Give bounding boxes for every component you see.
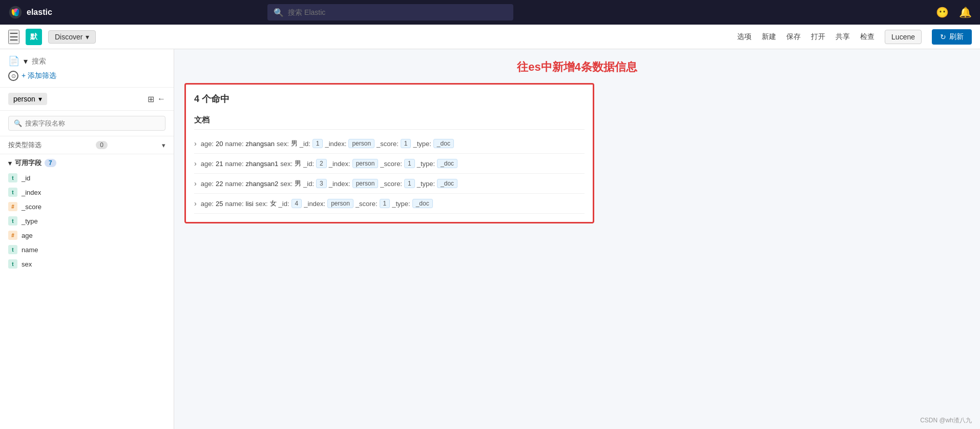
inspect-button[interactable]: 检查: [860, 32, 874, 42]
field-name: sex: [22, 260, 32, 268]
doc-content: age: 21 name: zhangsan1 sex: 男 _id: 2 _i…: [201, 159, 457, 168]
field-name: _id: [22, 174, 30, 182]
avatar-button[interactable]: 默: [26, 29, 42, 45]
field-type-badge: #: [8, 202, 17, 211]
chevron-down-icon-index: ▾: [38, 95, 42, 103]
field-type-badge: t: [8, 188, 17, 197]
field-search-input[interactable]: [25, 119, 160, 127]
filter-type-row: 按类型筛选 0 ▾: [0, 136, 174, 154]
field-item: t name: [8, 242, 165, 257]
field-item: t _id: [8, 171, 165, 185]
table-row: › age: 21 name: zhangsan1 sex: 男 _id: 2 …: [194, 154, 585, 174]
top-nav: elastic 🔍 😶 🔔: [0, 0, 980, 25]
chevron-down-icon-filter: ▾: [162, 141, 165, 149]
filter-add-label: + 添加筛选: [22, 71, 56, 80]
results-header: 文档: [194, 111, 585, 130]
available-fields: ▾ 可用字段 7 t _id t _index # _score t _type…: [0, 154, 174, 275]
discover-label: Discover: [55, 33, 82, 41]
expand-icon[interactable]: ›: [194, 179, 197, 188]
field-item: t _index: [8, 185, 165, 199]
table-row: › age: 20 name: zhangsan sex: 男 _id: 1 _…: [194, 134, 585, 154]
help-icon[interactable]: 😶: [936, 6, 949, 18]
filter-add-row[interactable]: ⊙ + 添加筛选: [8, 71, 165, 81]
sidebar: 📄 ▾ ⊙ + 添加筛选 person ▾ ⊞ ← 🔍: [0, 49, 174, 429]
field-name: _type: [22, 217, 38, 225]
grid-view-button[interactable]: ⊞: [148, 94, 154, 104]
documents-list: › age: 20 name: zhangsan sex: 男 _id: 1 _…: [194, 134, 585, 214]
share-icon[interactable]: 🔔: [959, 6, 972, 18]
doc-content: age: 22 name: zhangsan2 sex: 男 _id: 3 _i…: [201, 179, 457, 188]
elastic-logo-icon: [8, 5, 23, 19]
search-input-row: 📄 ▾: [8, 55, 165, 67]
field-type-badge: t: [8, 173, 17, 182]
options-button[interactable]: 选项: [737, 32, 752, 42]
refresh-icon: ↻: [940, 33, 946, 41]
field-name: _score: [22, 203, 41, 211]
field-item: # age: [8, 228, 165, 242]
doc-content: age: 20 name: zhangsan sex: 男 _id: 1 _in…: [201, 139, 454, 148]
chevron-down-icon: ▾: [86, 33, 89, 41]
hamburger-button[interactable]: ☰: [8, 30, 19, 44]
filter-circle-icon: ⊙: [8, 71, 18, 81]
discover-button[interactable]: Discover ▾: [48, 30, 96, 44]
field-type-badge: t: [8, 245, 17, 254]
index-pattern-label: person: [13, 95, 35, 103]
logo-text: elastic: [27, 8, 52, 17]
field-type-badge: #: [8, 231, 17, 240]
available-fields-label: 可用字段: [15, 158, 41, 168]
field-name: _index: [22, 189, 41, 196]
save-button[interactable]: 保存: [786, 32, 801, 42]
search-icon-field: 🔍: [14, 119, 22, 127]
fields-list: t _id t _index # _score t _type # age t …: [8, 171, 165, 271]
main-layout: 📄 ▾ ⊙ + 添加筛选 person ▾ ⊞ ← 🔍: [0, 49, 980, 429]
index-icons-right: ⊞ ←: [148, 94, 165, 104]
expand-icon[interactable]: ›: [194, 199, 197, 208]
new-button[interactable]: 新建: [762, 32, 776, 42]
search-icon-top: 🔍: [274, 8, 284, 17]
elastic-logo: elastic: [8, 5, 52, 19]
content-area: 往es中新增4条数据信息 4 个命中 文档 › age: 20 name: zh…: [174, 49, 980, 429]
annotation-text: 往es中新增4条数据信息: [184, 59, 970, 75]
results-count: 4 个命中: [194, 93, 585, 105]
index-selector: person ▾ ⊞ ←: [0, 88, 174, 111]
available-fields-count: 7: [45, 159, 56, 167]
top-search-bar[interactable]: 🔍: [267, 4, 513, 21]
csdn-watermark: CSDN @wh渣八九: [920, 416, 972, 425]
nav-actions: 选项 新建 保存 打开 共享 检查 Lucene ↻ 刷新: [737, 29, 972, 45]
expand-icon[interactable]: ›: [194, 159, 197, 168]
doc-content: age: 25 name: lisi sex: 女 _id: 4 _index:…: [201, 199, 433, 208]
lucene-button[interactable]: Lucene: [885, 30, 922, 44]
open-button[interactable]: 打开: [811, 32, 825, 42]
expand-icon[interactable]: ›: [194, 139, 197, 148]
share-button[interactable]: 共享: [836, 32, 850, 42]
filter-type-badge: 0: [96, 141, 108, 149]
results-panel: 4 个命中 文档 › age: 20 name: zhangsan sex: 男…: [184, 83, 594, 223]
nav-icons: 😶 🔔: [936, 6, 972, 18]
field-item: t _type: [8, 214, 165, 228]
chevron-down-icon-fields: ▾: [8, 159, 12, 167]
field-type-badge: t: [8, 259, 17, 269]
refresh-button[interactable]: ↻ 刷新: [932, 29, 972, 45]
field-type-badge: t: [8, 216, 17, 226]
index-document-icon: 📄: [8, 55, 19, 67]
index-pattern-button[interactable]: person ▾: [8, 93, 47, 105]
field-name: age: [22, 232, 33, 239]
table-row: › age: 22 name: zhangsan2 sex: 男 _id: 3 …: [194, 174, 585, 194]
available-fields-header: ▾ 可用字段 7: [8, 158, 165, 168]
search-input[interactable]: [32, 57, 165, 65]
filter-type-label: 按类型筛选: [8, 140, 41, 150]
table-row: › age: 25 name: lisi sex: 女 _id: 4 _inde…: [194, 194, 585, 214]
field-item: # _score: [8, 199, 165, 214]
refresh-label: 刷新: [949, 32, 964, 42]
search-toolbar: 📄 ▾ ⊙ + 添加筛选: [0, 49, 174, 88]
field-item: t sex: [8, 257, 165, 271]
top-search-input[interactable]: [288, 8, 507, 16]
second-nav: ☰ 默 Discover ▾ 选项 新建 保存 打开 共享 检查 Lucene …: [0, 25, 980, 49]
back-arrow-button[interactable]: ←: [157, 94, 165, 104]
chevron-down-icon-search: ▾: [24, 56, 28, 66]
field-search-input-wrapper[interactable]: 🔍: [8, 116, 165, 131]
field-name: name: [22, 246, 38, 254]
field-search: 🔍: [0, 111, 174, 136]
